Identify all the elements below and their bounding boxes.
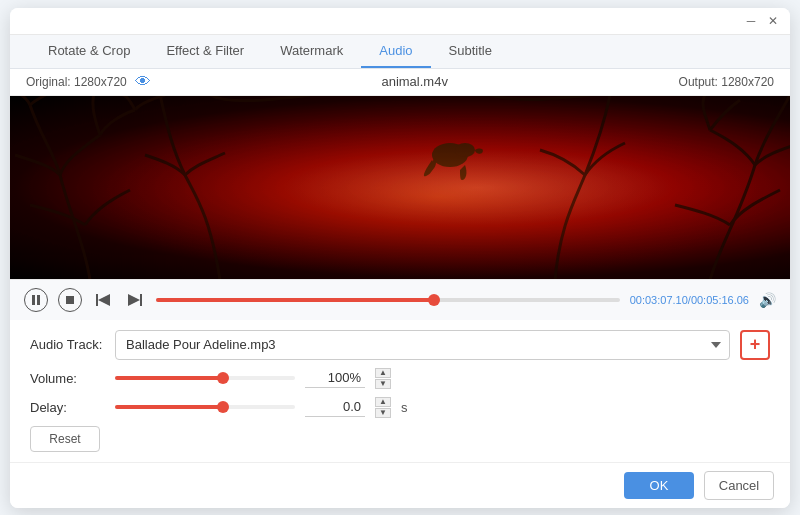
volume-label: Volume: <box>30 371 105 386</box>
delay-up-button[interactable]: ▲ <box>375 397 391 407</box>
delay-input[interactable]: 0.0 <box>305 397 365 417</box>
output-resolution: Output: 1280x720 <box>679 75 774 89</box>
prev-frame-button[interactable] <box>92 289 114 311</box>
delay-label: Delay: <box>30 400 105 415</box>
svg-rect-4 <box>37 295 40 305</box>
progress-bar[interactable] <box>156 298 620 302</box>
audio-controls: Audio Track: Ballade Pour Adeline.mp3 + … <box>10 320 790 462</box>
delay-fill <box>115 405 223 409</box>
volume-slider[interactable] <box>115 376 295 380</box>
video-background <box>10 96 790 279</box>
volume-icon[interactable]: 🔊 <box>759 292 776 308</box>
close-button[interactable]: ✕ <box>766 14 780 28</box>
volume-row: Volume: 100% ▲ ▼ <box>30 368 770 389</box>
volume-up-button[interactable]: ▲ <box>375 368 391 378</box>
progress-handle[interactable] <box>428 294 440 306</box>
info-left: Original: 1280x720 👁 <box>26 73 151 91</box>
svg-rect-8 <box>140 294 142 306</box>
reset-row: Reset <box>30 426 770 452</box>
delay-spinner: ▲ ▼ <box>375 397 391 418</box>
tab-effect[interactable]: Effect & Filter <box>148 35 262 68</box>
track-label: Audio Track: <box>30 337 105 352</box>
tabs-bar: Rotate & Crop Effect & Filter Watermark … <box>10 35 790 69</box>
volume-spinner: ▲ ▼ <box>375 368 391 389</box>
audio-track-select[interactable]: Ballade Pour Adeline.mp3 <box>115 330 730 360</box>
main-window: ─ ✕ Rotate & Crop Effect & Filter Waterm… <box>10 8 790 508</box>
video-frame <box>10 96 790 279</box>
info-bar: Original: 1280x720 👁 animal.m4v Output: … <box>10 69 790 96</box>
ok-button[interactable]: OK <box>624 472 694 499</box>
svg-marker-7 <box>98 294 110 306</box>
title-bar: ─ ✕ <box>10 8 790 35</box>
time-display: 00:03:07.10/00:05:16.06 <box>630 294 749 306</box>
svg-rect-2 <box>10 96 790 279</box>
delay-unit: s <box>401 400 408 415</box>
delay-handle[interactable] <box>217 401 229 413</box>
volume-down-button[interactable]: ▼ <box>375 379 391 389</box>
svg-rect-6 <box>96 294 98 306</box>
tree-overlay <box>10 96 790 279</box>
svg-rect-5 <box>66 296 74 304</box>
volume-input[interactable]: 100% <box>305 368 365 388</box>
stop-button[interactable] <box>58 288 82 312</box>
tab-audio[interactable]: Audio <box>361 35 430 68</box>
original-resolution: Original: 1280x720 <box>26 75 127 89</box>
volume-fill <box>115 376 223 380</box>
audio-track-row: Audio Track: Ballade Pour Adeline.mp3 + <box>30 330 770 360</box>
minimize-button[interactable]: ─ <box>744 14 758 28</box>
video-preview <box>10 96 790 279</box>
cancel-button[interactable]: Cancel <box>704 471 774 500</box>
delay-row: Delay: 0.0 ▲ ▼ s <box>30 397 770 418</box>
player-controls: 00:03:07.10/00:05:16.06 🔊 <box>10 279 790 320</box>
filename-label: animal.m4v <box>381 74 447 89</box>
reset-button[interactable]: Reset <box>30 426 100 452</box>
delay-slider[interactable] <box>115 405 295 409</box>
add-audio-button[interactable]: + <box>740 330 770 360</box>
tab-watermark[interactable]: Watermark <box>262 35 361 68</box>
bottom-bar: OK Cancel <box>10 462 790 508</box>
eye-icon[interactable]: 👁 <box>135 73 151 91</box>
progress-fill <box>156 298 434 302</box>
svg-marker-9 <box>128 294 140 306</box>
tab-rotate[interactable]: Rotate & Crop <box>30 35 148 68</box>
delay-down-button[interactable]: ▼ <box>375 408 391 418</box>
pause-button[interactable] <box>24 288 48 312</box>
tab-subtitle[interactable]: Subtitle <box>431 35 510 68</box>
next-frame-button[interactable] <box>124 289 146 311</box>
volume-handle[interactable] <box>217 372 229 384</box>
svg-rect-3 <box>32 295 35 305</box>
